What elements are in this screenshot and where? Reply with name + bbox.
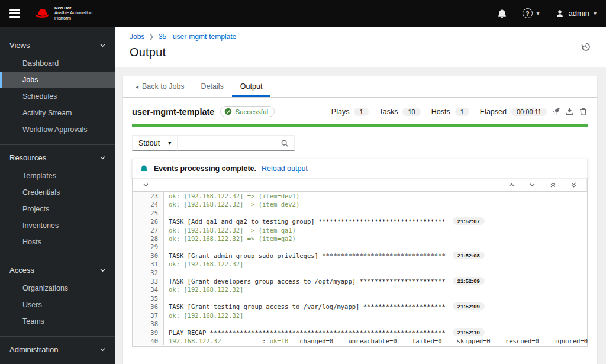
- scroll-up-button[interactable]: [508, 182, 515, 188]
- stdout-filter-select[interactable]: Stdout ▾: [132, 135, 178, 151]
- log-line-number: 29: [133, 243, 164, 251]
- log-line-text: ok: [192.168.122.32]: [164, 260, 243, 268]
- sidebar-item-hosts[interactable]: Hosts: [0, 234, 115, 250]
- sidebar-item-teams[interactable]: Teams: [0, 314, 115, 329]
- check-circle-icon: [224, 108, 232, 115]
- log-line[interactable]: 38: [133, 320, 587, 328]
- sidebar-item-workflow-approvals[interactable]: Workflow Approvals: [0, 122, 115, 137]
- sidebar-item-schedules[interactable]: Schedules: [0, 89, 115, 104]
- log-line-number: 37: [133, 311, 164, 320]
- sidebar-item-inventories[interactable]: Inventories: [0, 218, 115, 233]
- log-line-text: [164, 209, 169, 217]
- sidebar-item-templates[interactable]: Templates: [0, 168, 115, 183]
- log-line[interactable]: 35: [133, 294, 587, 302]
- log-line[interactable]: 33TASK [Grant developers group access to…: [133, 277, 587, 285]
- question-icon: ?: [523, 8, 533, 18]
- sidebar-group: ResourcesTemplatesCredentialsProjectsInv…: [0, 145, 115, 257]
- tab-label: Output: [240, 82, 263, 91]
- log-line[interactable]: 23ok: [192.168.122.32] => (item=dev1): [133, 192, 587, 200]
- log-timestamp-badge: 21:52:10: [453, 328, 485, 336]
- log-line[interactable]: 40192.168.122.32 : ok=10 changed=0 unrea…: [133, 337, 587, 345]
- log-line[interactable]: 36TASK [Grant testing group access to /v…: [133, 302, 587, 311]
- breadcrumb-job-link[interactable]: 35 - user-mgmt-template: [159, 33, 236, 41]
- chevron-down-icon: ▾: [537, 10, 540, 17]
- log-line[interactable]: 29: [133, 243, 587, 251]
- chevron-down-icon: ▾: [594, 10, 597, 17]
- log-line[interactable]: 26TASK [Add qa1 and qa2 to testing group…: [133, 217, 587, 226]
- scroll-down-button[interactable]: [529, 182, 536, 188]
- sidebar-item-activity-stream[interactable]: Activity Stream: [0, 105, 115, 121]
- sidebar-item-credentials[interactable]: Credentials: [0, 185, 115, 200]
- chevron-up-icon: [508, 182, 515, 188]
- sidebar-group-header[interactable]: Access: [0, 261, 115, 279]
- log-line[interactable]: 24ok: [192.168.122.32] => (item=dev2): [133, 200, 587, 208]
- user-menu-button[interactable]: admin ▾: [555, 9, 597, 18]
- delete-job-button[interactable]: [579, 107, 588, 116]
- back-triangle-icon: ◂: [136, 83, 138, 90]
- status-label: Successful: [235, 108, 268, 115]
- stat-label: Hosts: [431, 108, 450, 116]
- sidebar-item-projects[interactable]: Projects: [0, 201, 115, 217]
- output-toolbar: [133, 178, 587, 192]
- redhat-hat-icon: [33, 7, 51, 20]
- log-line[interactable]: 31ok: [192.168.122.32]: [133, 260, 587, 268]
- log-segment: ok: [192.168.122.32] => (item=dev1): [169, 192, 299, 199]
- log-line[interactable]: 28ok: [192.168.122.32] => (item=qa2): [133, 234, 587, 243]
- search-button[interactable]: [275, 135, 295, 151]
- search-input[interactable]: [178, 135, 275, 151]
- log-line-text: [164, 294, 169, 302]
- log-line[interactable]: 25: [133, 209, 587, 217]
- sidebar-item-users[interactable]: Users: [0, 297, 115, 313]
- history-icon: [581, 42, 591, 51]
- log-line[interactable]: 30TASK [Grant admin group sudo privilege…: [133, 252, 587, 260]
- redhat-brand-logo[interactable]: Red Hat Ansible Automation Platform: [33, 6, 92, 21]
- log-line-text: ok: [192.168.122.32] => (item=qa1): [164, 226, 296, 234]
- sidebar-item-jobs[interactable]: Jobs: [0, 72, 115, 88]
- nav-toggle-button[interactable]: [9, 9, 20, 18]
- sidebar-group-header[interactable]: Views: [0, 36, 115, 54]
- log-line-number: 23: [133, 192, 164, 200]
- chevron-down-icon: [99, 154, 106, 161]
- relaunch-button[interactable]: [552, 107, 560, 116]
- tab-label: Back to Jobs: [142, 82, 185, 91]
- download-output-button[interactable]: [565, 107, 574, 116]
- log-line-number: 40: [133, 337, 164, 345]
- log-line-text: TASK [Grant admin group sudo privileges]…: [164, 252, 485, 260]
- sidebar-group-header[interactable]: Resources: [0, 149, 115, 167]
- chevron-down-icon: [529, 182, 536, 188]
- job-progress-bar: [132, 124, 588, 127]
- reload-output-link[interactable]: Reload output: [262, 165, 308, 173]
- log-segment: ok: [192.168.122.32] => (item=dev2): [169, 201, 299, 208]
- job-stat-plays: Plays1: [331, 108, 369, 116]
- tab-output[interactable]: Output: [232, 76, 271, 97]
- log-line[interactable]: 39PLAY RECAP ***************************…: [133, 328, 587, 337]
- sidebar-group-header[interactable]: Administration: [0, 340, 115, 359]
- sidebar-item-organizations[interactable]: Organizations: [0, 281, 115, 296]
- brand-line3: Platform: [54, 16, 92, 21]
- chevron-down-icon: [99, 42, 106, 49]
- log-segment: TASK [Grant developers group access to /…: [169, 278, 446, 285]
- status-badge[interactable]: Successful: [220, 106, 275, 117]
- tab-back-to-jobs[interactable]: ◂ Back to Jobs: [127, 76, 193, 97]
- tab-details[interactable]: Details: [193, 76, 232, 97]
- job-stat-tasks: Tasks10: [379, 108, 421, 116]
- log-line[interactable]: 37ok: [192.168.122.32]: [133, 311, 587, 320]
- log-line-number: 26: [133, 217, 164, 226]
- log-line[interactable]: 27ok: [192.168.122.32] => (item=qa1): [133, 226, 587, 234]
- collapse-all-button[interactable]: [143, 182, 149, 188]
- alert-bell-icon: [140, 164, 149, 173]
- scroll-to-bottom-button[interactable]: [570, 182, 577, 188]
- scroll-to-top-button[interactable]: [550, 182, 556, 188]
- sidebar-item-dashboard[interactable]: Dashboard: [0, 56, 115, 71]
- log-line[interactable]: 32: [133, 269, 587, 277]
- log-timestamp-badge: 21:52:09: [453, 277, 485, 285]
- job-output-card: ◂ Back to Jobs Details Output user-mgmt-…: [123, 76, 597, 364]
- history-button[interactable]: [581, 42, 591, 51]
- log-line[interactable]: 34ok: [192.168.122.32]: [133, 285, 587, 294]
- breadcrumb-jobs-link[interactable]: Jobs: [130, 33, 144, 41]
- log-segment: ok: [192.168.122.32]: [169, 286, 243, 293]
- notifications-button[interactable]: [497, 8, 507, 18]
- help-menu-button[interactable]: ? ▾: [523, 8, 540, 18]
- sidebar-item-credential-types[interactable]: Credential Types: [0, 360, 115, 364]
- sidebar-group: AdministrationCredential TypesNotificati…: [0, 337, 115, 364]
